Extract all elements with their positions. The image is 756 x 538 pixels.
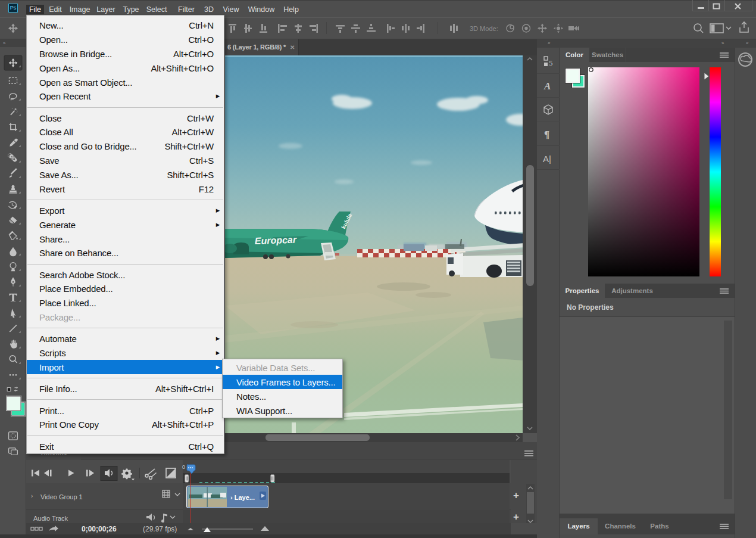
svg-text:0;00;00;26: 0;00;00;26 [82,525,117,533]
svg-text:A|: A| [543,154,551,164]
svg-text:0: 0 [182,464,185,470]
svg-text:A: A [543,80,551,92]
svg-text:5: 5 [549,58,553,67]
svg-text:(29.97 fps): (29.97 fps) [143,525,177,533]
svg-text:› Laye...: › Laye... [230,494,255,501]
svg-text:Europcar: Europcar [255,235,298,246]
svg-text:3D Mode:: 3D Mode: [470,25,498,32]
svg-text:¶: ¶ [544,129,549,140]
